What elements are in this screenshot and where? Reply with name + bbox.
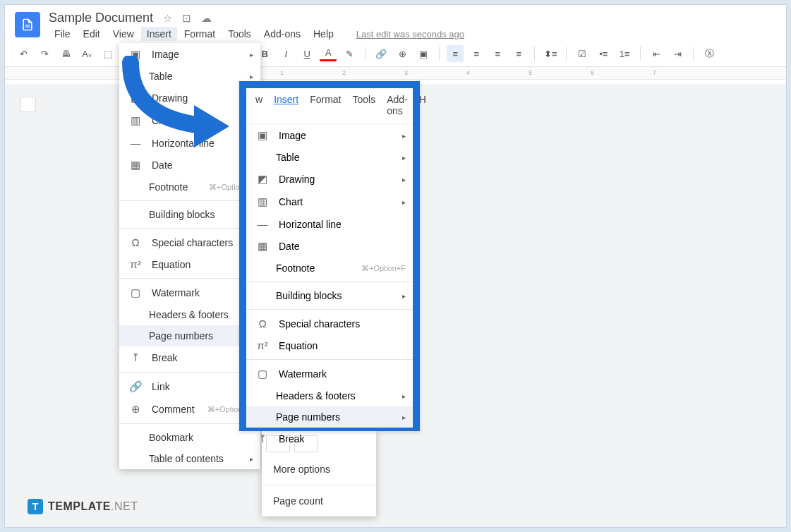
numbered-list-button[interactable]: 1≡ — [616, 45, 633, 62]
paint-format-button[interactable]: ⬚ — [99, 45, 116, 62]
callout-menu-tools[interactable]: Tools — [347, 92, 380, 118]
callout-insert-footnote[interactable]: Footnote⌘+Option+F — [246, 258, 413, 279]
comment-icon: ⊕ — [129, 403, 142, 416]
callout-menu-format[interactable]: Format — [305, 92, 346, 118]
callout-insert-date[interactable]: ▦Date — [246, 235, 413, 258]
equation-icon: π² — [256, 339, 269, 351]
document-title[interactable]: Sample Document — [49, 11, 153, 25]
special-icon: Ω — [129, 236, 142, 248]
callout-insert-chart[interactable]: ▥Chart▸ — [246, 191, 413, 213]
menu-addons[interactable]: Add-ons — [258, 27, 306, 41]
callout-insert-hr[interactable]: —Horizontal line — [246, 213, 413, 235]
brand-watermark: T TEMPLATE.NET — [28, 499, 138, 514]
annotation-arrow — [116, 56, 236, 150]
callout-menu-addons[interactable]: Add-ons — [382, 92, 413, 118]
callout-menu-view[interactable]: w — [250, 92, 267, 118]
callout-menu-insert[interactable]: Insert — [269, 92, 303, 118]
menu-insert[interactable]: Insert — [141, 27, 177, 41]
equation-icon: π² — [129, 258, 142, 270]
insert-toc[interactable]: Table of contents▸ — [119, 448, 260, 469]
callout-insert-page-numbers[interactable]: Page numbers▸ — [246, 406, 413, 428]
callout-insert-equation[interactable]: π²Equation — [246, 334, 413, 356]
checklist-button[interactable]: ☑ — [574, 45, 591, 62]
callout-insert-blocks[interactable]: Building blocks▸ — [246, 285, 413, 306]
callout-insert-special[interactable]: ΩSpecial characters — [246, 313, 413, 334]
callout-zoom: w Insert Format Tools Add-ons H ▣Image▸ … — [239, 81, 420, 431]
clear-format-button[interactable]: Ⓧ — [701, 45, 718, 62]
callout-menu-help[interactable]: H — [414, 92, 431, 118]
cloud-icon[interactable]: ☁ — [201, 12, 212, 25]
underline-button[interactable]: U — [298, 45, 315, 62]
callout-insert-drawing[interactable]: ◩Drawing▸ — [246, 168, 413, 191]
menu-format[interactable]: Format — [179, 27, 221, 41]
svg-rect-0 — [25, 25, 30, 25]
print-button[interactable]: 🖶 — [57, 45, 74, 62]
menu-edit[interactable]: Edit — [78, 27, 106, 41]
image-button[interactable]: ▣ — [415, 45, 432, 62]
spellcheck-button[interactable]: Aᵥ — [78, 45, 95, 62]
docs-icon[interactable] — [15, 12, 40, 37]
image-icon: ▣ — [256, 129, 269, 142]
menu-tools[interactable]: Tools — [222, 27, 257, 41]
callout-insert-watermark[interactable]: ▢Watermark — [246, 363, 413, 385]
indent-increase-button[interactable]: ⇥ — [669, 45, 686, 62]
callout-insert-headers[interactable]: Headers & footers▸ — [246, 385, 413, 406]
highlight-button[interactable]: ✎ — [341, 45, 358, 62]
indent-decrease-button[interactable]: ⇤ — [648, 45, 665, 62]
align-justify-button[interactable]: ≡ — [510, 45, 527, 62]
svg-rect-1 — [25, 27, 30, 28]
align-right-button[interactable]: ≡ — [489, 45, 506, 62]
callout-insert-image[interactable]: ▣Image▸ — [246, 124, 413, 147]
line-spacing-button[interactable]: ⬍≡ — [542, 45, 559, 62]
outline-toggle[interactable] — [20, 97, 36, 112]
submenu-arrow-icon: ▸ — [250, 455, 253, 463]
hr-icon: — — [256, 218, 269, 230]
break-icon: ⤒ — [256, 433, 269, 445]
watermark-icon: ▢ — [129, 286, 142, 299]
link-button[interactable]: 🔗 — [373, 45, 390, 62]
move-icon[interactable]: ⊡ — [182, 12, 191, 25]
callout-insert-table[interactable]: Table▸ — [246, 147, 413, 168]
align-left-button[interactable]: ≡ — [447, 45, 464, 62]
comment-button[interactable]: ⊕ — [394, 45, 411, 62]
special-icon: Ω — [256, 318, 269, 330]
chart-icon: ▥ — [256, 195, 269, 208]
undo-button[interactable]: ↶ — [15, 45, 32, 62]
redo-button[interactable]: ↷ — [36, 45, 53, 62]
bullet-list-button[interactable]: •≡ — [595, 45, 612, 62]
drawing-icon: ◩ — [256, 173, 269, 186]
star-icon[interactable]: ☆ — [163, 12, 172, 25]
menu-file[interactable]: File — [49, 27, 76, 41]
text-color-button[interactable]: A — [320, 46, 337, 61]
callout-insert-break[interactable]: ⤒Break — [246, 428, 413, 450]
menu-bar: File Edit View Insert Format Tools Add-o… — [49, 27, 776, 41]
menu-help[interactable]: Help — [308, 27, 339, 41]
italic-button[interactable]: I — [277, 45, 294, 62]
submenu-arrow-icon: ▸ — [250, 51, 253, 59]
align-center-button[interactable]: ≡ — [468, 45, 485, 62]
break-icon: ⤒ — [129, 351, 142, 364]
watermark-icon: ▢ — [256, 368, 269, 380]
date-icon: ▦ — [129, 159, 142, 171]
more-options[interactable]: More options — [262, 457, 376, 482]
brand-icon: T — [28, 499, 43, 514]
link-icon: 🔗 — [129, 380, 142, 393]
submenu-arrow-icon: ▸ — [250, 73, 253, 80]
menu-view[interactable]: View — [107, 27, 140, 41]
date-icon: ▦ — [256, 240, 269, 253]
page-count[interactable]: Page count — [262, 488, 376, 514]
last-edit-link[interactable]: Last edit was seconds ago — [351, 28, 470, 41]
